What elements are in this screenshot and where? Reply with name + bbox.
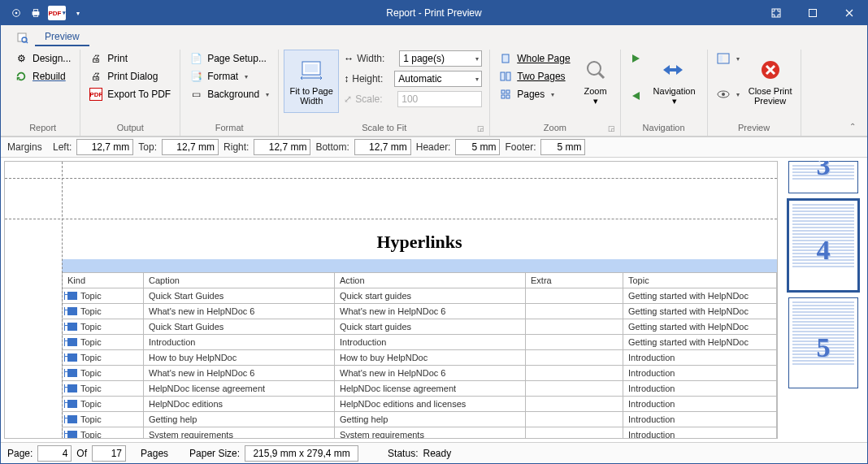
close-preview-button[interactable]: Close Print Preview <box>745 50 796 113</box>
svg-line-9 <box>26 41 28 43</box>
group-label: Report <box>11 121 75 136</box>
svg-rect-11 <box>305 64 318 72</box>
topic-icon <box>67 353 77 362</box>
scale-field: ⤢Scale:100 <box>344 90 482 108</box>
margins-label: Margins <box>7 141 48 153</box>
margin-footer-input[interactable]: 5 mm <box>540 139 585 155</box>
col-extra: Extra <box>526 273 623 288</box>
page-setup-icon: 📄 <box>189 52 202 65</box>
kind-cell: Topic <box>67 430 138 438</box>
pages-button[interactable]: Pages▾ <box>495 85 574 103</box>
margin-header-input[interactable]: 5 mm <box>455 139 500 155</box>
navigation-button[interactable]: Navigation▾ <box>647 50 702 113</box>
table-row: TopicQuick Start GuidesQuick start guide… <box>63 288 777 304</box>
margin-right-input[interactable]: 12,7 mm <box>254 139 310 155</box>
collapse-ribbon-button[interactable]: ⌃ <box>843 50 862 136</box>
margin-bottom-input[interactable]: 12,7 mm <box>354 139 411 155</box>
kind-cell: Topic <box>67 291 138 301</box>
qat-customize-icon[interactable]: ▾ <box>71 6 85 20</box>
chevron-down-icon[interactable]: ▾ <box>475 55 479 63</box>
paper-size: 215,9 mm x 279,4 mm <box>245 445 358 462</box>
document-band <box>62 259 777 272</box>
table-row: TopicIntroductionIntroductionGetting sta… <box>63 335 777 350</box>
kind-cell: Topic <box>67 322 138 332</box>
tab-preview[interactable]: Preview <box>35 28 89 46</box>
height-field: ↕Height:Automatic▾ <box>344 70 482 88</box>
kind-cell: Topic <box>67 384 138 393</box>
fit-to-width-button[interactable]: Fit to Page Width <box>284 50 339 113</box>
table-row: TopicSystem requirementsSystem requireme… <box>63 427 777 439</box>
margin-left-input[interactable]: 12,7 mm <box>76 139 133 155</box>
eye-icon <box>717 88 730 101</box>
qat-print-icon[interactable] <box>28 6 43 20</box>
printer-icon: 🖨 <box>89 52 102 65</box>
col-caption: Caption <box>144 273 335 288</box>
chevron-down-icon: ▾ <box>266 91 269 98</box>
print-button[interactable]: 🖨Print <box>85 50 175 67</box>
group-label: Navigation <box>626 121 702 136</box>
background-icon: ▭ <box>189 88 202 101</box>
zoom-button[interactable]: Zoom▾ <box>576 50 615 113</box>
svg-rect-5 <box>772 9 780 17</box>
group-preview: ▾ ▾ Close Print Preview Preview <box>708 50 801 136</box>
col-topic: Topic <box>623 273 777 288</box>
topic-icon <box>67 400 77 408</box>
hyperlinks-table: Kind Caption Action Extra Topic TopicQui… <box>62 272 777 438</box>
close-button[interactable] <box>831 1 867 25</box>
height-icon: ↕ <box>344 73 349 85</box>
table-row: TopicHelpNDoc editionsHelpNDoc editions … <box>63 397 777 412</box>
export-pdf-button[interactable]: PDFExport To PDF <box>85 85 175 103</box>
format-button[interactable]: 📑Format▾ <box>185 67 273 85</box>
table-row: TopicHelpNDoc license agreementHelpNDoc … <box>63 381 777 397</box>
thumb-page-4[interactable]: 4 <box>788 200 858 291</box>
rebuild-button[interactable]: Rebuild <box>11 67 75 85</box>
qat-settings-icon[interactable] <box>9 6 24 20</box>
maximize-button[interactable] <box>794 1 831 25</box>
quick-search-icon[interactable] <box>12 28 33 46</box>
page-setup-button[interactable]: 📄Page Setup... <box>185 50 273 67</box>
page-current-input[interactable]: 4 <box>37 445 72 462</box>
height-select[interactable]: Automatic▾ <box>394 71 482 87</box>
group-label: Format <box>185 121 273 136</box>
thumb-view-button[interactable]: ▾ <box>713 50 744 67</box>
qat-pdf-icon[interactable]: PDF▾ <box>48 6 66 20</box>
pages-grid-icon <box>499 88 512 101</box>
width-field: ↔Width:1 page(s)▾ <box>344 50 482 67</box>
triangle-left-icon <box>630 90 641 102</box>
refresh-icon <box>15 70 28 83</box>
dialog-launcher-icon[interactable]: ◲ <box>608 124 615 132</box>
table-row: TopicWhat's new in HelpNDoc 6What's new … <box>63 304 777 319</box>
margin-top-input[interactable]: 12,7 mm <box>162 139 219 155</box>
print-dialog-button[interactable]: 🖨Print Dialog <box>85 67 175 85</box>
kind-cell: Topic <box>67 337 138 347</box>
window: PDF▾ ▾ Report - Print Preview Preview ⚙D… <box>0 0 868 464</box>
status-bar: Page: 4 Of 17 Pages Paper Size: 215,9 mm… <box>1 442 867 463</box>
whole-page-button[interactable]: Whole Page <box>495 50 574 67</box>
chevron-down-icon[interactable]: ▾ <box>475 76 479 83</box>
nav-next-button[interactable] <box>626 50 645 67</box>
group-label: Zoom◲ <box>495 121 614 136</box>
gear-icon: ⚙ <box>15 52 28 65</box>
svg-line-20 <box>599 73 604 78</box>
col-action: Action <box>335 273 526 288</box>
svg-point-1 <box>15 12 18 15</box>
design-button[interactable]: ⚙Design... <box>11 50 75 67</box>
nav-prev-button[interactable] <box>626 87 645 105</box>
chevron-down-icon: ▾ <box>593 96 598 106</box>
dialog-launcher-icon[interactable]: ◲ <box>477 124 484 132</box>
workspace: Hyperlinks Kind Caption Action Extra Top… <box>1 158 867 442</box>
two-pages-button[interactable]: Two Pages <box>495 67 574 85</box>
fullscreen-button[interactable] <box>757 1 794 25</box>
width-select[interactable]: 1 page(s)▾ <box>399 50 482 67</box>
document-viewport[interactable]: Hyperlinks Kind Caption Action Extra Top… <box>4 161 778 439</box>
topic-icon <box>67 338 77 346</box>
svg-rect-3 <box>33 10 37 12</box>
table-row: TopicHow to buy HelpNDocHow to buy HelpN… <box>63 350 777 366</box>
topic-icon <box>67 323 77 331</box>
background-button[interactable]: ▭Background▾ <box>185 85 273 103</box>
thumb-page-3[interactable]: 3 <box>788 161 858 193</box>
kind-cell: Topic <box>67 306 138 316</box>
thumb-page-5[interactable]: 5 <box>788 297 858 388</box>
ribbon: Preview ⚙Design... Rebuild Report 🖨Print <box>1 25 867 137</box>
eye-view-button[interactable]: ▾ <box>713 85 744 103</box>
